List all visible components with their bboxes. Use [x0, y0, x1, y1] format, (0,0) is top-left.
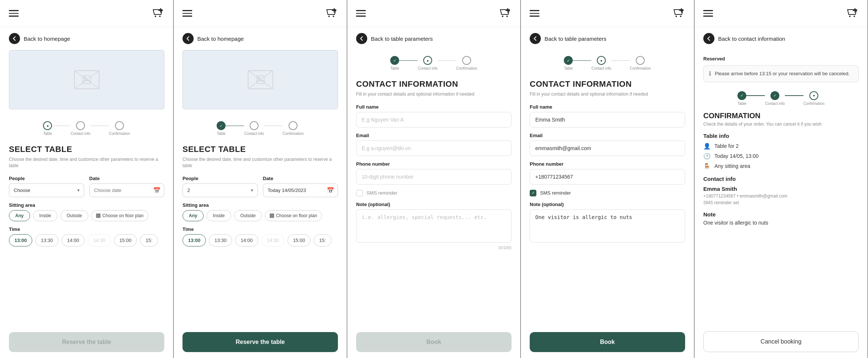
time-slot-1400-1[interactable]: 14:00 — [62, 234, 85, 246]
date-label-1: Date — [89, 176, 165, 181]
sitting-outside-1[interactable]: Outside — [60, 210, 88, 221]
cart-icon-3[interactable] — [498, 7, 512, 20]
header-4 — [521, 0, 694, 27]
sitting-any-1[interactable]: Any — [9, 210, 30, 221]
email-field-4: Email — [530, 133, 685, 156]
cart-icon-4[interactable] — [672, 7, 685, 20]
step-confirm-3: Confirmation — [456, 56, 477, 70]
svg-point-23 — [680, 16, 681, 17]
step-line-9 — [746, 95, 765, 96]
sitting-outside-2[interactable]: Outside — [234, 210, 262, 221]
email-input-4[interactable] — [530, 140, 685, 156]
people-select-1[interactable]: Choose 1234 — [9, 183, 84, 197]
reserve-btn-2[interactable]: Reserve the table — [183, 332, 338, 352]
contact-info-title-5: Contact info — [703, 176, 859, 182]
back-btn-2[interactable]: Back to homepage — [174, 27, 347, 50]
hamburger-3[interactable] — [356, 10, 366, 17]
time-slot-1300-1[interactable]: 13:00 — [9, 234, 32, 246]
step-contact-5: ✓ Contact info — [765, 91, 785, 106]
fullname-field-3: Full name — [356, 104, 512, 127]
time-slot-1400-2[interactable]: 14:00 — [235, 234, 259, 246]
section-subtitle-2: Choose the desired date, time and custom… — [183, 156, 338, 169]
floor-plan-btn-2[interactable]: Choose on floor plan — [265, 210, 322, 221]
section-subtitle-3: Fill in your contact details and optiona… — [356, 91, 512, 97]
confirm-sub: Check the details of your order. You can… — [703, 122, 859, 127]
screen-1: Back to homepage ● Table Contact info Co… — [0, 0, 174, 358]
time-slot-1430-1[interactable]: 14:30 — [88, 234, 111, 246]
time-slot-1330-1[interactable]: 13:30 — [35, 234, 59, 246]
floor-plan-btn-1[interactable]: Choose on floor plan — [91, 210, 148, 221]
header-1 — [0, 0, 173, 27]
fullname-input-4[interactable] — [530, 112, 685, 127]
clock-icon-5: 🕐 — [703, 153, 711, 160]
reserved-badge: Reserved — [703, 56, 859, 62]
phone-label-4: Phone number — [530, 161, 685, 167]
contact-sms-5: SMS reminder set — [703, 200, 859, 205]
email-input-3[interactable] — [356, 140, 512, 156]
step-confirm-5: ● Confirmation — [803, 91, 825, 106]
header-2 — [174, 0, 347, 27]
time-slot-1430-2[interactable]: 14:30 — [261, 234, 285, 246]
step-table-1: ● Table — [43, 121, 52, 136]
back-btn-4[interactable]: Back to table parameters — [521, 27, 694, 50]
steps-4: ✓ Table ● Contact info Confirmation — [521, 50, 694, 73]
time-slot-15x-2[interactable]: 15: — [313, 234, 331, 246]
book-btn-3[interactable]: Book — [356, 332, 512, 352]
section-subtitle-4: Fill in your contact details and optiona… — [530, 91, 685, 97]
step-confirm-1: Confirmation — [109, 121, 130, 136]
time-slot-1330-2[interactable]: 13:30 — [209, 234, 232, 246]
time-slot-1500-2[interactable]: 15:00 — [287, 234, 311, 246]
phone-input-3[interactable] — [356, 169, 512, 185]
info-text: Please arrive before 13:15 or your reser… — [715, 70, 849, 77]
book-btn-4[interactable]: Book — [530, 332, 685, 352]
table-info-time: 🕐 Today 14/05, 13:00 — [703, 153, 859, 160]
floor-plan-icon-1 — [96, 213, 101, 218]
time-slot-15x-1[interactable]: 15: — [140, 234, 158, 246]
sitting-any-2[interactable]: Any — [183, 210, 204, 221]
sitting-inside-2[interactable]: Inside — [207, 210, 231, 221]
back-btn-3[interactable]: Back to table parameters — [347, 27, 520, 50]
people-select-2[interactable]: 1234 — [183, 183, 258, 197]
screen-2: Back to homepage ✓ Table Contact info Co… — [174, 0, 347, 358]
note-text-5: One visitor is allergic to nuts — [703, 220, 859, 226]
step-line-10 — [785, 95, 803, 96]
hamburger-5[interactable] — [703, 10, 713, 17]
steps-1: ● Table Contact info Confirmation — [0, 115, 173, 139]
reserve-btn-1[interactable]: Reserve the table — [9, 332, 164, 352]
phone-input-4[interactable] — [530, 169, 685, 185]
note-field-3: Note (optional) (0/100) — [356, 202, 512, 250]
time-slot-1300-2[interactable]: 13:00 — [183, 234, 206, 246]
note-label-3: Note (optional) — [356, 202, 512, 207]
section-title-3: CONTACT INFORMATION — [356, 79, 512, 89]
sms-checkbox-3[interactable] — [356, 190, 363, 196]
cart-icon[interactable] — [151, 7, 164, 20]
hamburger-2[interactable] — [183, 10, 192, 17]
phone-field-3: Phone number — [356, 161, 512, 185]
email-field-3: Email — [356, 133, 512, 156]
sitting-label-1: Sitting area — [9, 202, 164, 208]
time-slot-1500-1[interactable]: 15:00 — [114, 234, 137, 246]
contact-details-5: +180771234567 • emmasmith@gmail.com — [703, 193, 859, 199]
phone-field-4: Phone number — [530, 161, 685, 185]
hamburger-4[interactable] — [530, 10, 539, 17]
note-textarea-3[interactable] — [356, 209, 512, 243]
fullname-input-3[interactable] — [356, 112, 512, 127]
section-subtitle-1: Choose the desired date, time and custom… — [9, 156, 164, 169]
cart-icon-5[interactable] — [845, 7, 859, 20]
hamburger-menu[interactable] — [9, 10, 19, 17]
note-field-4: Note (optional) One visitor is allergic … — [530, 202, 685, 244]
sms-checkbox-4[interactable] — [530, 190, 536, 196]
header-3 — [347, 0, 520, 27]
date-input-2[interactable] — [263, 183, 338, 197]
back-label-2: Back to homepage — [197, 36, 244, 42]
date-input-1[interactable] — [89, 183, 165, 197]
cancel-btn-5[interactable]: Cancel booking — [703, 331, 859, 352]
back-btn-5[interactable]: Back to contact information — [694, 27, 868, 50]
sms-label-4: SMS reminder — [540, 190, 571, 196]
sitting-inside-1[interactable]: Inside — [33, 210, 57, 221]
note-textarea-4[interactable]: One visitor is allergic to nuts — [530, 209, 685, 243]
cart-icon-2[interactable] — [325, 7, 338, 20]
svg-point-22 — [675, 16, 677, 17]
area-icon-5: 🪑 — [703, 163, 711, 170]
back-button-1[interactable]: Back to homepage — [0, 27, 173, 50]
